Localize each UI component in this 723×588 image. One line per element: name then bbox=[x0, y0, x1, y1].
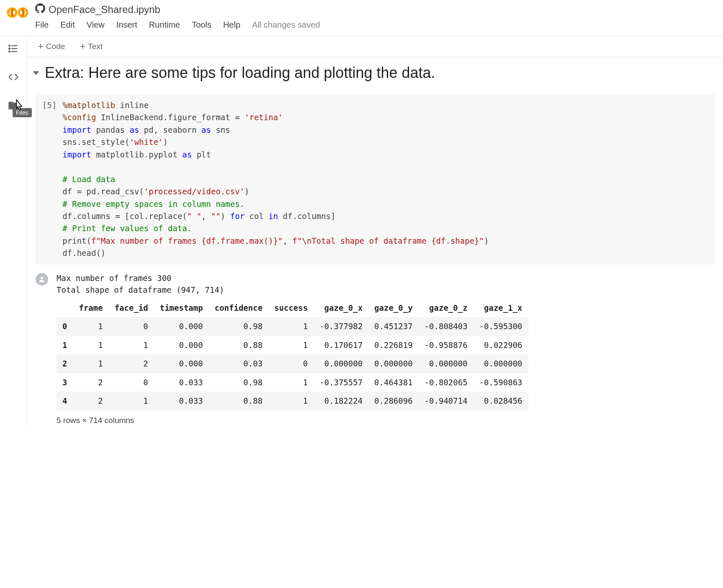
table-header-row: frameface_idtimestampconfidencesuccessga… bbox=[57, 299, 528, 317]
menubar: File Edit View Insert Runtime Tools Help… bbox=[35, 18, 716, 36]
plus-icon: + bbox=[38, 42, 44, 51]
table-cell: 0.98 bbox=[209, 317, 268, 336]
table-col-header: face_id bbox=[109, 299, 154, 317]
table-cell: 0.98 bbox=[209, 373, 268, 392]
table-cell: 0.022906 bbox=[473, 336, 528, 355]
table-cell: 0.000 bbox=[154, 354, 209, 373]
dataframe-table: frameface_idtimestampconfidencesuccessga… bbox=[57, 299, 528, 410]
code-snippets-icon[interactable] bbox=[8, 71, 19, 83]
menu-help[interactable]: Help bbox=[217, 18, 246, 32]
table-row: 0100.0000.981-0.3779820.451237-0.808403-… bbox=[57, 317, 528, 336]
table-cell: 0.033 bbox=[154, 373, 209, 392]
table-cell: -0.375557 bbox=[314, 373, 368, 392]
table-cell: 0.028456 bbox=[473, 392, 528, 410]
table-cell: 0.000000 bbox=[314, 354, 368, 373]
code-content[interactable]: %matplotlib inline %config InlineBackend… bbox=[62, 99, 489, 260]
menu-insert[interactable]: Insert bbox=[111, 18, 143, 32]
colab-logo-icon[interactable] bbox=[7, 5, 28, 20]
add-text-button[interactable]: + Text bbox=[77, 40, 105, 53]
dataframe-caption: 5 rows × 714 columns bbox=[57, 415, 715, 427]
menu-edit[interactable]: Edit bbox=[54, 18, 80, 32]
table-cell: 0.000000 bbox=[419, 354, 473, 373]
table-row: 4210.0330.8810.1822240.286096-0.9407140.… bbox=[57, 392, 528, 410]
left-rail: Files bbox=[0, 36, 27, 426]
table-col-header: success bbox=[268, 299, 314, 317]
table-cell: -0.958876 bbox=[419, 336, 473, 355]
table-cell: 1 bbox=[268, 392, 314, 410]
notebook-title[interactable]: OpenFace_Shared.ipynb bbox=[49, 4, 160, 15]
table-cell: 0.000 bbox=[154, 317, 209, 336]
table-cell: -0.802065 bbox=[419, 373, 473, 392]
table-cell: 0.226819 bbox=[368, 336, 419, 355]
row-index: 4 bbox=[57, 392, 73, 410]
menu-runtime[interactable]: Runtime bbox=[143, 18, 186, 32]
cursor-pointer-icon bbox=[11, 99, 26, 114]
row-index: 2 bbox=[57, 354, 73, 373]
table-cell: 0.033 bbox=[154, 392, 209, 410]
add-text-label: Text bbox=[88, 42, 103, 51]
table-cell: 0.000000 bbox=[473, 354, 528, 373]
table-row: 1110.0000.8810.1706170.226819-0.9588760.… bbox=[57, 336, 528, 355]
table-cell: 0.170617 bbox=[314, 336, 368, 355]
files-icon[interactable]: Files bbox=[8, 100, 19, 111]
cell-output: Max number of frames 300 Total shape of … bbox=[27, 265, 723, 427]
menu-tools[interactable]: Tools bbox=[186, 18, 217, 32]
row-index: 1 bbox=[57, 336, 73, 355]
table-cell: 0 bbox=[109, 317, 154, 336]
table-cell: 1 bbox=[73, 354, 108, 373]
save-status: All changes saved bbox=[246, 18, 326, 32]
table-cell: 0.000000 bbox=[368, 354, 419, 373]
table-cell: 1 bbox=[109, 336, 154, 355]
table-col-header: gaze_0_x bbox=[314, 299, 368, 317]
table-col-header: timestamp bbox=[154, 299, 209, 317]
table-cell: 0 bbox=[109, 373, 154, 392]
toc-icon[interactable] bbox=[8, 43, 19, 54]
table-cell: 1 bbox=[109, 392, 154, 410]
table-cell: -0.940714 bbox=[419, 392, 473, 410]
table-cell: 2 bbox=[109, 354, 154, 373]
insert-toolbar: + Code + Text bbox=[27, 36, 723, 57]
table-row: 3200.0330.981-0.3755570.464381-0.802065-… bbox=[57, 373, 528, 392]
plus-icon: + bbox=[80, 42, 85, 51]
section-heading[interactable]: Extra: Here are some tips for loading an… bbox=[45, 64, 435, 82]
table-cell: 1 bbox=[73, 336, 108, 355]
table-row: 2120.0000.0300.0000000.0000000.0000000.0… bbox=[57, 354, 528, 373]
table-cell: 0.286096 bbox=[368, 392, 419, 410]
table-col-header: gaze_0_z bbox=[419, 299, 473, 317]
svg-point-6 bbox=[9, 51, 10, 52]
table-col-header: gaze_1_x bbox=[473, 299, 528, 317]
table-cell: -0.595300 bbox=[473, 317, 528, 336]
row-index: 0 bbox=[57, 317, 73, 336]
section-collapse-toggle[interactable] bbox=[33, 71, 39, 75]
menu-view[interactable]: View bbox=[81, 18, 111, 32]
svg-point-8 bbox=[41, 277, 43, 279]
output-avatar-icon bbox=[36, 273, 48, 286]
table-cell: -0.590863 bbox=[473, 373, 528, 392]
table-cell: 0.000 bbox=[154, 336, 209, 355]
menu-file[interactable]: File bbox=[35, 18, 54, 32]
row-index: 3 bbox=[57, 373, 73, 392]
svg-point-4 bbox=[9, 48, 10, 49]
add-code-button[interactable]: + Code bbox=[36, 40, 67, 53]
github-icon bbox=[35, 3, 45, 16]
table-cell: -0.377982 bbox=[314, 317, 368, 336]
table-cell: 1 bbox=[268, 373, 314, 392]
table-cell: -0.808403 bbox=[419, 317, 473, 336]
table-cell: 1 bbox=[73, 317, 108, 336]
table-cell: 0.03 bbox=[209, 354, 268, 373]
table-col-header: frame bbox=[73, 299, 108, 317]
add-code-label: Code bbox=[46, 42, 65, 51]
table-cell: 1 bbox=[268, 336, 314, 355]
table-cell: 2 bbox=[73, 392, 108, 410]
table-cell: 1 bbox=[268, 317, 314, 336]
table-cell: 0.464381 bbox=[368, 373, 419, 392]
table-cell: 0.182224 bbox=[314, 392, 368, 410]
header: OpenFace_Shared.ipynb File Edit View Ins… bbox=[0, 0, 723, 36]
table-cell: 0 bbox=[268, 354, 314, 373]
svg-point-2 bbox=[9, 45, 10, 46]
table-col-header: gaze_0_y bbox=[368, 299, 419, 317]
table-col-header: confidence bbox=[209, 299, 268, 317]
table-cell: 0.88 bbox=[209, 392, 268, 410]
code-cell[interactable]: [5] %matplotlib inline %config InlineBac… bbox=[36, 94, 715, 265]
execution-count: [5] bbox=[42, 99, 62, 260]
